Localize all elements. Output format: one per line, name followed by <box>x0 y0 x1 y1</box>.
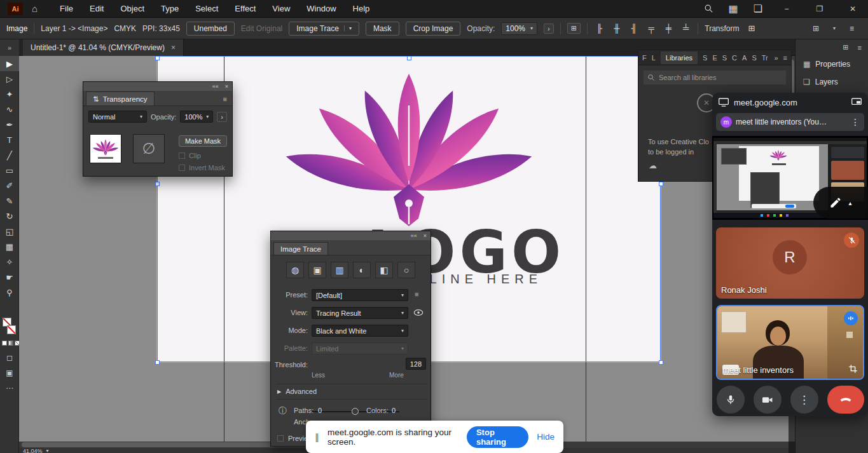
display-icon[interactable] <box>851 98 862 107</box>
close-panel-icon[interactable]: × <box>225 83 228 90</box>
zoom-caret-icon[interactable]: ▾ <box>46 448 49 453</box>
stop-sharing-button[interactable]: Stop sharing <box>467 426 528 448</box>
preset-dropdown[interactable]: [Default] ▾ <box>312 289 408 301</box>
more-options-button[interactable]: ⋮ <box>790 386 818 414</box>
eyedropper-tool[interactable]: ✧ <box>0 254 19 269</box>
pencil-tool[interactable]: ✎ <box>0 193 19 208</box>
appearance-icon[interactable]: ⊞ <box>567 23 581 34</box>
panel-tab-f[interactable]: F <box>642 54 647 62</box>
menu-select[interactable]: Select <box>187 0 226 18</box>
image-trace-button[interactable]: Image Trace ▾ <box>289 22 359 36</box>
auto-color-icon[interactable]: ◍ <box>286 262 304 278</box>
menu-edit[interactable]: Edit <box>81 0 112 18</box>
workspace-layout-icon[interactable]: ❏ <box>754 3 762 15</box>
video-tile-ronak[interactable]: R Ronak Joshi <box>716 227 864 299</box>
make-mask-button[interactable]: Make Mask <box>179 135 227 147</box>
type-tool[interactable]: T <box>0 132 19 147</box>
view-dropdown[interactable]: Tracing Result ▾ <box>312 307 408 319</box>
gradient-button[interactable] <box>8 341 13 346</box>
close-panel-icon[interactable]: × <box>424 233 427 239</box>
direct-selection-tool[interactable]: ▷ <box>0 71 19 86</box>
high-color-icon[interactable]: ▣ <box>308 262 326 278</box>
home-icon[interactable]: ⌂ <box>32 3 38 14</box>
tab-libraries[interactable]: Libraries <box>661 51 698 64</box>
hand-tool[interactable]: ☛ <box>0 269 19 285</box>
selection-tool[interactable]: ▶ <box>0 56 19 71</box>
close-tab-icon[interactable]: × <box>171 43 176 52</box>
mask-button[interactable]: Mask <box>366 22 399 36</box>
restore-window-button[interactable]: ❐ <box>811 4 829 13</box>
end-call-button[interactable] <box>827 386 864 414</box>
eye-icon[interactable] <box>413 308 424 317</box>
align-left-icon[interactable]: ╟ <box>594 24 605 33</box>
black-white-icon[interactable]: ◧ <box>375 262 393 278</box>
align-top-icon[interactable]: ╤ <box>646 24 657 33</box>
menu-object[interactable]: Object <box>112 0 153 18</box>
paintbrush-tool[interactable]: ✐ <box>0 178 19 193</box>
rail-menu-icon[interactable]: ≡ <box>858 44 862 51</box>
panel-tab-layers[interactable]: ❏ Layers <box>796 73 868 91</box>
panel-tab-s3[interactable]: S <box>752 54 756 62</box>
align-right-icon[interactable]: ╢ <box>628 24 639 33</box>
blend-mode-dropdown[interactable]: Normal ▾ <box>88 111 147 123</box>
selection-handle[interactable] <box>155 56 160 60</box>
preset-menu-icon[interactable]: ≡ <box>415 290 418 298</box>
threshold-value-field[interactable]: 128 <box>406 358 426 370</box>
selection-handle[interactable] <box>407 56 411 60</box>
document-tab[interactable]: Untitled-1* @ 41.04 % (CMYK/Preview) × <box>23 39 184 56</box>
grayscale-icon[interactable]: ◐ <box>353 262 371 278</box>
gradient-tool[interactable]: ▦ <box>0 239 19 254</box>
menu-effect[interactable]: Effect <box>226 0 264 18</box>
panel-tab-properties[interactable]: ▦ Properties <box>796 55 868 73</box>
scale-tool[interactable]: ◱ <box>0 224 19 239</box>
hide-link[interactable]: Hide <box>537 432 555 442</box>
opacity-options-button[interactable]: › <box>544 24 554 34</box>
search-icon[interactable] <box>704 4 713 13</box>
opacity-caret-icon[interactable]: ▾ <box>530 25 533 31</box>
controlbar-menu-icon[interactable]: ≡ <box>850 24 854 33</box>
image-trace-tab[interactable]: Image Trace <box>273 242 328 255</box>
slider-thumb[interactable] <box>352 408 359 415</box>
selection-handle[interactable] <box>659 360 663 365</box>
participant-row-you[interactable]: m meet little inventors (You… ⋮ <box>716 113 864 131</box>
opacity-dropdown[interactable]: 100% ▾ <box>180 111 213 123</box>
mic-button[interactable] <box>717 386 745 414</box>
menu-type[interactable]: Type <box>153 0 187 18</box>
advanced-toggle[interactable]: ▶ Advanced <box>277 388 317 395</box>
panels-grid-icon[interactable]: ⊞ <box>813 24 819 33</box>
outline-icon[interactable]: ○ <box>397 262 415 278</box>
camera-button[interactable] <box>754 386 782 414</box>
image-trace-dropdown-icon[interactable]: ▾ <box>344 25 352 31</box>
screen-mode-icon[interactable]: ▣ <box>0 368 19 377</box>
align-bottom-icon[interactable]: ╧ <box>680 24 691 33</box>
selection-handle[interactable] <box>155 182 160 186</box>
none-button[interactable] <box>15 341 20 346</box>
rail-grid-icon[interactable]: ⊞ <box>843 43 848 51</box>
panel-tab-a[interactable]: A <box>742 54 747 62</box>
panel-menu-icon[interactable]: ≡ <box>223 95 232 103</box>
crop-image-button[interactable]: Crop Image <box>406 22 461 36</box>
crop-icon[interactable] <box>848 364 858 374</box>
panel-tab-l[interactable]: L <box>652 54 656 62</box>
zoom-level[interactable]: 41.04% <box>23 448 43 453</box>
toolbar-collapse-icon[interactable]: » <box>0 39 19 56</box>
panel-tab-tr[interactable]: Tr <box>762 54 768 62</box>
menu-help[interactable]: Help <box>345 0 378 18</box>
collapse-panel-icon[interactable]: «« <box>411 233 417 239</box>
workspace-grid-icon[interactable]: ▦ <box>729 3 738 15</box>
toolbar-overflow-icon[interactable]: ⋯ <box>0 384 19 393</box>
mode-dropdown[interactable]: Black and White ▾ <box>312 325 408 337</box>
opacity-field[interactable]: 100% ▾ <box>501 22 537 35</box>
zoom-tool[interactable]: ⚲ <box>0 285 19 300</box>
line-tool[interactable]: ╱ <box>0 147 19 163</box>
transparency-tab[interactable]: ⇅ Transparency <box>86 91 155 105</box>
app-logo[interactable]: Ai <box>8 3 23 15</box>
annotate-button[interactable]: ▴ <box>813 187 868 219</box>
cloud-sync-icon[interactable]: ☁ <box>649 161 657 170</box>
rotate-tool[interactable]: ↻ <box>0 208 19 224</box>
rectangle-tool[interactable]: ▭ <box>0 163 19 178</box>
magic-wand-tool[interactable]: ✦ <box>0 86 19 102</box>
unembed-button[interactable]: Unembed <box>186 22 235 36</box>
minimize-window-button[interactable]: − <box>778 4 796 13</box>
libraries-menu-icon[interactable]: ≡ <box>783 54 787 62</box>
